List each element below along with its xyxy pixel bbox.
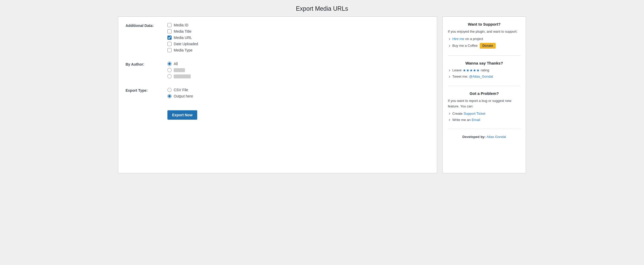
- output-label: Output here: [174, 94, 193, 98]
- sidebar-got-problem: Got a Problem? If you want to report a b…: [448, 91, 521, 129]
- create-text: Create: [452, 112, 462, 116]
- wanna-thanks-heading: Wanna say Thanks?: [448, 61, 521, 65]
- problem-email: Write me an Email: [449, 117, 521, 122]
- page-title: Export Media URLs: [0, 0, 644, 16]
- hire-me-text: on a project: [465, 37, 483, 41]
- write-email-text: Write me an: [452, 118, 471, 122]
- media-title-label: Media Title: [174, 29, 191, 33]
- twitter-link[interactable]: @Atlas_Gondal: [469, 74, 493, 78]
- additional-data-controls: Media ID Media Title Media URL Date Uplo…: [167, 23, 430, 54]
- by-author-controls: All: [167, 62, 430, 80]
- stars-link[interactable]: ★★★★★: [463, 68, 480, 72]
- problem-support-ticket: Create Support Ticket: [449, 111, 521, 116]
- thanks-tweet: Tweet me: @Atlas_Gondal: [449, 74, 521, 79]
- author-1-label: [174, 68, 185, 72]
- tweet-text: Tweet me:: [452, 74, 468, 78]
- by-author-label: By Author:: [126, 62, 167, 66]
- author-1-blurred: [174, 68, 185, 72]
- media-title-checkbox[interactable]: [167, 29, 172, 33]
- by-author-row: By Author: All: [126, 62, 430, 80]
- developer-link[interactable]: Atlas Gondal: [487, 135, 506, 139]
- want-support-text: If you enjoyed the plugin, and want to s…: [448, 29, 521, 34]
- additional-data-label: Additional Data:: [126, 23, 167, 28]
- radio-author-2: [167, 74, 430, 78]
- output-radio[interactable]: [167, 94, 172, 98]
- checkbox-date-uploaded: Date Uploaded: [167, 42, 430, 46]
- radio-output: Output here: [167, 94, 430, 98]
- checkbox-media-title: Media Title: [167, 29, 430, 33]
- checkbox-media-id: Media ID: [167, 23, 430, 27]
- export-button-row: Export Now: [126, 108, 430, 120]
- hire-me-link[interactable]: Hire me: [452, 37, 464, 41]
- developed-by-label: Developed by:: [462, 135, 487, 139]
- sidebar-want-support: Want to Support? If you enjoyed the plug…: [448, 22, 521, 56]
- media-id-label: Media ID: [174, 23, 188, 27]
- main-panel: Additional Data: Media ID Media Title Me…: [118, 16, 437, 173]
- checkbox-media-type: Media Type: [167, 48, 430, 52]
- support-hire-me: Hire me on a project: [449, 37, 521, 41]
- checkbox-media-url: Media URL: [167, 36, 430, 40]
- sidebar-panel: Want to Support? If you enjoyed the plug…: [442, 16, 526, 173]
- author-2-blurred: [174, 74, 191, 78]
- author-2-label: [174, 74, 191, 78]
- export-type-label: Export Type:: [126, 88, 167, 93]
- radio-author-all: All: [167, 62, 430, 66]
- got-problem-heading: Got a Problem?: [448, 91, 521, 96]
- date-uploaded-label: Date Uploaded: [174, 42, 198, 46]
- media-type-label: Media Type: [174, 48, 193, 52]
- wanna-thanks-list: Leave ★★★★★ rating Tweet me: @Atlas_Gond…: [449, 68, 521, 79]
- sidebar-developed-by: Developed by: Atlas Gondal: [448, 134, 521, 140]
- media-url-checkbox[interactable]: [167, 36, 172, 40]
- csv-label: CSV File: [174, 88, 188, 92]
- author-2-radio[interactable]: [167, 74, 172, 78]
- author-all-label: All: [174, 62, 178, 66]
- donate-button[interactable]: Donate: [480, 43, 496, 49]
- support-donate: Buy me a Coffee Donate: [449, 43, 521, 49]
- email-link[interactable]: Email: [472, 118, 480, 122]
- got-problem-list: Create Support Ticket Write me an Email: [449, 111, 521, 122]
- author-1-radio[interactable]: [167, 68, 172, 72]
- media-type-checkbox[interactable]: [167, 48, 172, 52]
- rating-text: rating: [481, 68, 489, 72]
- leave-text: Leave: [452, 68, 461, 72]
- additional-data-row: Additional Data: Media ID Media Title Me…: [126, 23, 430, 54]
- want-support-list: Hire me on a project Buy me a Coffee Don…: [449, 37, 521, 49]
- support-ticket-link[interactable]: Support Ticket: [464, 112, 485, 116]
- sidebar-wanna-thanks: Wanna say Thanks? Leave ★★★★★ rating Twe…: [448, 61, 521, 86]
- export-type-row: Export Type: CSV File Output here: [126, 88, 430, 100]
- buy-coffee-text: Buy me a Coffee: [452, 44, 478, 48]
- export-now-button[interactable]: Export Now: [167, 110, 197, 120]
- developed-by-text: Developed by: Atlas Gondal: [448, 134, 521, 140]
- got-problem-text: If you want to report a bug or suggest n…: [448, 98, 521, 109]
- author-all-radio[interactable]: [167, 62, 172, 66]
- radio-csv: CSV File: [167, 88, 430, 92]
- csv-radio[interactable]: [167, 88, 172, 92]
- export-type-controls: CSV File Output here: [167, 88, 430, 100]
- media-url-label: Media URL: [174, 36, 192, 40]
- media-id-checkbox[interactable]: [167, 23, 172, 27]
- thanks-rating: Leave ★★★★★ rating: [449, 68, 521, 73]
- date-uploaded-checkbox[interactable]: [167, 42, 172, 46]
- want-support-heading: Want to Support?: [448, 22, 521, 26]
- radio-author-1: [167, 68, 430, 72]
